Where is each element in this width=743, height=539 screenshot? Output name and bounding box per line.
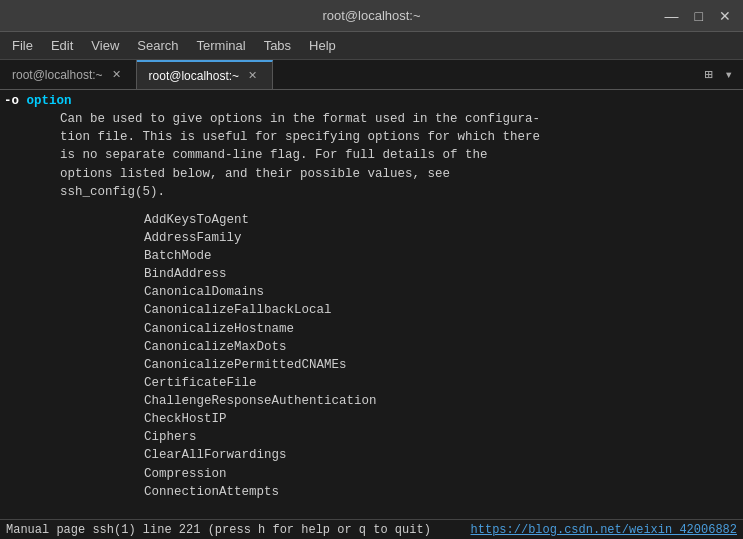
tab-bar: root@localhost:~ ✕ root@localhost:~ ✕ ⊞ … [0,60,743,90]
tab-2[interactable]: root@localhost:~ ✕ [137,60,274,89]
list-item: BatchMode [144,247,739,265]
status-link[interactable]: https://blog.csdn.net/weixin_42006882 [471,523,737,537]
menu-edit[interactable]: Edit [43,35,81,56]
list-item: CanonicalizeFallbackLocal [144,301,739,319]
list-item: CanonicalizeHostname [144,320,739,338]
list-item: CanonicalDomains [144,283,739,301]
tab-menu-button[interactable]: ▾ [721,64,737,85]
list-item: CheckHostIP [144,410,739,428]
tab-1-label: root@localhost:~ [12,68,103,82]
options-list: AddKeysToAgentAddressFamilyBatchModeBind… [4,211,739,501]
maximize-button[interactable]: □ [691,6,707,26]
list-item: AddressFamily [144,229,739,247]
tab-spacer [273,60,694,89]
status-text: Manual page ssh(1) line 221 (press h for… [6,523,431,537]
desc-line-2: tion file. This is useful for specifying… [60,128,739,146]
list-item: BindAddress [144,265,739,283]
list-item: CertificateFile [144,374,739,392]
option-text: option [27,94,72,108]
menu-view[interactable]: View [83,35,127,56]
list-item: Compression [144,465,739,483]
list-item: ChallengeResponseAuthentication [144,392,739,410]
tab-actions: ⊞ ▾ [694,60,743,89]
description-block: Can be used to give options in the forma… [4,110,739,201]
new-tab-button[interactable]: ⊞ [700,64,716,85]
menu-tabs[interactable]: Tabs [256,35,299,56]
close-button[interactable]: ✕ [715,6,735,26]
list-item: ConnectionAttempts [144,483,739,501]
desc-line-5: ssh_config(5). [60,183,739,201]
list-item: Ciphers [144,428,739,446]
tab-2-label: root@localhost:~ [149,69,240,83]
tab-2-close[interactable]: ✕ [245,68,260,83]
spacer [4,201,739,211]
list-item: ClearAllForwardings [144,446,739,464]
status-bar: Manual page ssh(1) line 221 (press h for… [0,519,743,539]
flag-text: -o [4,94,19,108]
menu-search[interactable]: Search [129,35,186,56]
title-bar-text: root@localhost:~ [322,8,420,23]
list-item: AddKeysToAgent [144,211,739,229]
option-line: -o option [4,92,739,110]
menu-help[interactable]: Help [301,35,344,56]
title-bar-controls: — □ ✕ [661,6,735,26]
menu-bar: File Edit View Search Terminal Tabs Help [0,32,743,60]
desc-line-4: options listed below, and their possible… [60,165,739,183]
terminal-output: -o option Can be used to give options in… [0,90,743,519]
title-bar: root@localhost:~ — □ ✕ [0,0,743,32]
desc-line-1: Can be used to give options in the forma… [60,110,739,128]
list-item: CanonicalizeMaxDots [144,338,739,356]
menu-terminal[interactable]: Terminal [189,35,254,56]
tab-1[interactable]: root@localhost:~ ✕ [0,60,137,89]
desc-line-3: is no separate command-line flag. For fu… [60,146,739,164]
list-item: CanonicalizePermittedCNAMEs [144,356,739,374]
minimize-button[interactable]: — [661,6,683,26]
menu-file[interactable]: File [4,35,41,56]
tab-1-close[interactable]: ✕ [109,67,124,82]
